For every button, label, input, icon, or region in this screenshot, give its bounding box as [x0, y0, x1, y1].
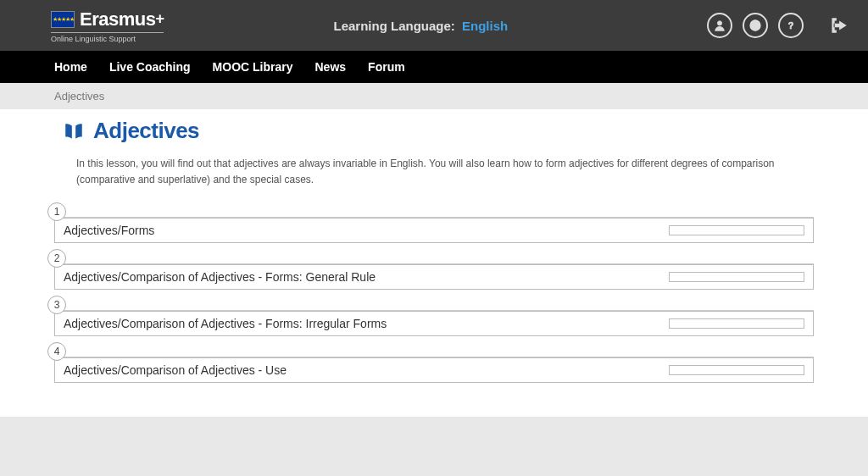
page-title: Adjectives: [93, 118, 199, 144]
learning-language-value: English: [462, 19, 508, 33]
lesson-row[interactable]: Adjectives/Comparison of Adjectives - Us…: [54, 357, 814, 383]
lesson-progress-bar: [669, 272, 804, 282]
nav-forum[interactable]: Forum: [368, 60, 405, 74]
main-content: Adjectives In this lesson, you will find…: [0, 109, 868, 417]
svg-point-0: [717, 21, 721, 25]
top-bar: ★★★★★ Erasmus+ Online Linguistic Support…: [0, 0, 868, 51]
logout-icon[interactable]: [826, 13, 851, 38]
learning-language[interactable]: Learning Language: English: [333, 19, 508, 33]
globe-icon[interactable]: [743, 13, 768, 38]
nav-live-coaching[interactable]: Live Coaching: [109, 60, 191, 74]
brand-plus: +: [155, 10, 164, 27]
breadcrumb[interactable]: Adjectives: [0, 83, 868, 109]
brand-name: Erasmus: [80, 8, 155, 30]
page-title-row: Adjectives: [0, 118, 868, 156]
lesson-list: 1Adjectives/Forms2Adjectives/Comparison …: [0, 217, 868, 383]
lesson-progress-bar: [669, 318, 804, 329]
profile-icon[interactable]: [707, 13, 732, 38]
brand-subtitle: Online Linguistic Support: [51, 32, 164, 43]
lesson-progress-bar: [669, 365, 804, 375]
main-nav: Home Live Coaching MOOC Library News For…: [0, 51, 868, 83]
svg-text:?: ?: [788, 20, 794, 30]
lesson-progress-bar: [669, 225, 804, 235]
page-intro: In this lesson, you will find out that a…: [0, 156, 868, 196]
lesson-item: 1Adjectives/Forms: [54, 217, 814, 243]
lesson-title: Adjectives/Forms: [64, 224, 154, 237]
lesson-item: 3Adjectives/Comparison of Adjectives - F…: [54, 310, 814, 336]
topbar-actions: ?: [707, 13, 851, 38]
brand-logo[interactable]: ★★★★★ Erasmus+ Online Linguistic Support: [51, 8, 164, 43]
lesson-row[interactable]: Adjectives/Comparison of Adjectives - Fo…: [54, 264, 814, 290]
lesson-item: 2Adjectives/Comparison of Adjectives - F…: [54, 263, 814, 290]
nav-mooc-library[interactable]: MOOC Library: [213, 60, 293, 74]
lesson-title: Adjectives/Comparison of Adjectives - Fo…: [64, 270, 376, 284]
nav-news[interactable]: News: [315, 60, 347, 74]
lesson-row[interactable]: Adjectives/Comparison of Adjectives - Fo…: [54, 311, 814, 336]
lesson-row[interactable]: Adjectives/Forms: [54, 218, 814, 243]
book-icon: [63, 120, 85, 142]
nav-home[interactable]: Home: [54, 60, 87, 74]
help-icon[interactable]: ?: [778, 13, 804, 38]
lesson-title: Adjectives/Comparison of Adjectives - Fo…: [64, 317, 387, 330]
eu-flag-icon: ★★★★★: [51, 11, 75, 28]
lesson-item: 4Adjectives/Comparison of Adjectives - U…: [54, 357, 814, 383]
learning-language-label: Learning Language:: [333, 19, 454, 33]
lesson-title: Adjectives/Comparison of Adjectives - Us…: [64, 363, 287, 377]
